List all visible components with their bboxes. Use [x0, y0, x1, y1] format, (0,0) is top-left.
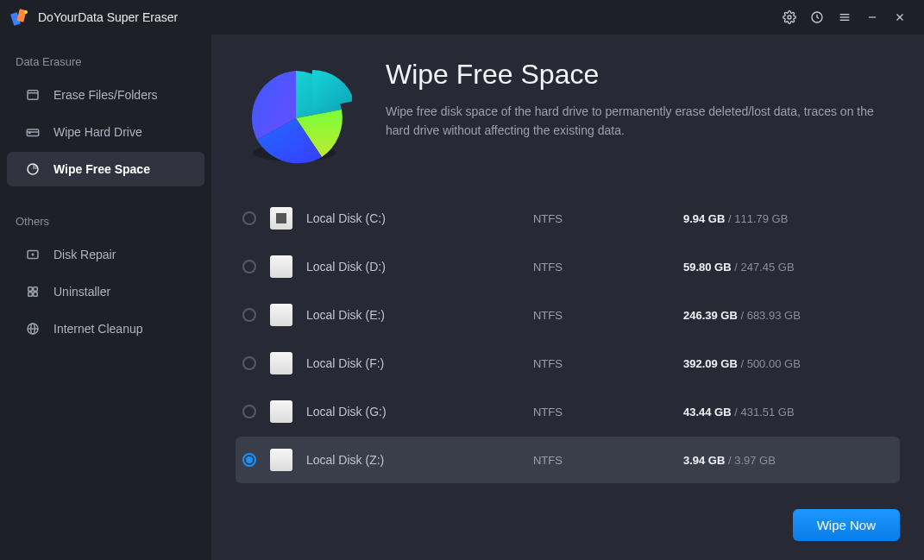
disk-radio[interactable]: [242, 453, 256, 467]
svg-rect-28: [277, 214, 281, 218]
drive-icon: [270, 255, 292, 278]
svg-rect-22: [28, 293, 33, 297]
disk-used: 3.94 GB: [683, 454, 725, 467]
disk-filesystem: NTFS: [533, 309, 669, 322]
pie-graphic-icon: [236, 53, 356, 174]
disk-name: Local Disk (Z:): [306, 453, 519, 467]
uninstall-icon: [24, 283, 41, 300]
sidebar-item-label: Wipe Free Space: [53, 162, 150, 176]
disk-row[interactable]: Local Disk (E:)NTFS246.39 GB / 683.93 GB: [236, 292, 900, 338]
repair-icon: [24, 246, 41, 263]
disk-used: 59.80 GB: [683, 261, 732, 274]
sidebar-item-label: Disk Repair: [53, 248, 116, 261]
disk-name: Local Disk (D:): [306, 260, 519, 274]
sidebar-item-label: Internet Cleanup: [53, 322, 143, 336]
app-title: DoYourData Super Eraser: [38, 10, 178, 24]
sidebar-item-erase-files[interactable]: Erase Files/Folders: [7, 78, 204, 112]
svg-rect-31: [282, 219, 286, 223]
main-panel: Wipe Free Space Wipe free disk space of …: [211, 35, 924, 560]
svg-rect-29: [282, 214, 286, 218]
history-icon[interactable]: [803, 3, 831, 31]
disk-used: 43.44 GB: [683, 406, 732, 418]
disk-name: Local Disk (G:): [306, 405, 519, 418]
sidebar-item-label: Wipe Hard Drive: [53, 125, 142, 139]
globe-icon: [24, 320, 41, 337]
disk-radio[interactable]: [242, 356, 256, 370]
sidebar-section-others: Others: [0, 210, 211, 235]
disk-filesystem: NTFS: [533, 357, 669, 370]
drive-icon: [270, 304, 292, 326]
title-bar: DoYourData Super Eraser: [0, 0, 924, 35]
files-icon: [24, 86, 41, 104]
sidebar-item-label: Erase Files/Folders: [53, 88, 158, 102]
disk-total: / 500.00 GB: [738, 357, 801, 370]
sidebar-item-disk-repair[interactable]: Disk Repair: [7, 237, 204, 272]
disk-radio[interactable]: [242, 405, 256, 418]
disk-radio[interactable]: [242, 211, 256, 225]
close-icon[interactable]: [886, 3, 914, 31]
disk-name: Local Disk (C:): [306, 211, 519, 225]
disk-name: Local Disk (F:): [306, 356, 519, 370]
app-logo-icon: [10, 8, 29, 27]
disk-filesystem: NTFS: [533, 212, 669, 225]
drive-icon: [270, 449, 292, 471]
disk-size: 246.39 GB / 683.93 GB: [683, 309, 888, 322]
disk-size: 392.09 GB / 500.00 GB: [683, 357, 888, 370]
disk-size: 3.94 GB / 3.97 GB: [683, 454, 888, 467]
disk-row[interactable]: Local Disk (G:)NTFS43.44 GB / 431.51 GB: [236, 388, 900, 435]
sidebar-item-wipe-free[interactable]: Wipe Free Space: [7, 152, 204, 186]
disk-row[interactable]: Local Disk (F:)NTFS392.09 GB / 500.00 GB: [236, 340, 900, 387]
svg-point-3: [788, 16, 791, 19]
settings-icon[interactable]: [776, 3, 803, 31]
disk-name: Local Disk (E:): [306, 308, 519, 322]
disk-total: / 111.79 GB: [725, 212, 788, 225]
disk-radio[interactable]: [242, 260, 256, 274]
page-title: Wipe Free Space: [386, 59, 900, 91]
minimize-icon[interactable]: [858, 3, 886, 31]
disk-row[interactable]: Local Disk (D:)NTFS59.80 GB / 247.45 GB: [236, 243, 900, 290]
svg-rect-23: [34, 293, 38, 297]
svg-rect-11: [28, 91, 38, 100]
menu-icon[interactable]: [831, 3, 858, 31]
sidebar: Data Erasure Erase Files/Folders Wipe Ha…: [0, 35, 211, 560]
disk-filesystem: NTFS: [533, 454, 669, 467]
disk-used: 392.09 GB: [683, 357, 738, 370]
disk-row[interactable]: Local Disk (Z:)NTFS3.94 GB / 3.97 GB: [236, 437, 900, 483]
free-space-icon: [24, 160, 41, 178]
disk-used: 9.94 GB: [683, 212, 725, 225]
disk-list: Local Disk (C:)NTFS9.94 GB / 111.79 GBLo…: [236, 195, 900, 495]
windows-drive-icon: [270, 207, 292, 230]
disk-used: 246.39 GB: [683, 309, 738, 322]
disk-size: 9.94 GB / 111.79 GB: [683, 212, 888, 225]
svg-rect-20: [28, 287, 33, 292]
disk-total: / 3.97 GB: [725, 454, 776, 467]
disk-filesystem: NTFS: [533, 406, 669, 418]
sidebar-item-uninstaller[interactable]: Uninstaller: [7, 274, 204, 309]
drive-icon: [270, 352, 292, 374]
wipe-now-button[interactable]: Wipe Now: [793, 509, 900, 541]
page-description: Wipe free disk space of the hard drive t…: [386, 103, 900, 140]
disk-size: 59.80 GB / 247.45 GB: [683, 261, 888, 274]
svg-rect-21: [34, 287, 38, 292]
svg-point-2: [24, 10, 28, 14]
disk-radio[interactable]: [242, 308, 256, 322]
disk-total: / 683.93 GB: [738, 309, 801, 322]
disk-filesystem: NTFS: [533, 261, 669, 274]
sidebar-section-erasure: Data Erasure: [0, 50, 211, 75]
disk-total: / 247.45 GB: [732, 261, 795, 274]
sidebar-item-wipe-drive[interactable]: Wipe Hard Drive: [7, 115, 204, 149]
hard-drive-icon: [24, 123, 41, 141]
drive-icon: [270, 400, 292, 423]
disk-total: / 431.51 GB: [732, 406, 795, 418]
disk-row[interactable]: Local Disk (C:)NTFS9.94 GB / 111.79 GB: [236, 195, 900, 242]
sidebar-item-internet-cleanup[interactable]: Internet Cleanup: [7, 311, 204, 346]
svg-rect-30: [277, 219, 281, 223]
disk-size: 43.44 GB / 431.51 GB: [683, 406, 888, 418]
sidebar-item-label: Uninstaller: [53, 285, 110, 299]
